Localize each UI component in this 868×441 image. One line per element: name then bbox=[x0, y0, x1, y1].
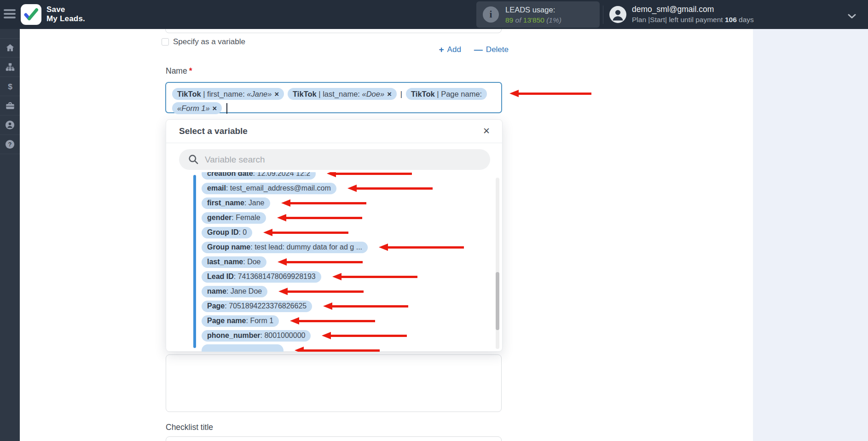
svg-text:?: ? bbox=[8, 141, 12, 148]
variable-list: creation date: 12.09.2024 12:2 email: te… bbox=[202, 172, 464, 352]
specify-variable-checkbox[interactable] bbox=[162, 38, 169, 46]
variable-chip[interactable]: Group name: test lead: dummy data for ad… bbox=[202, 242, 368, 253]
name-field-content: TikTok | first_name: «Jane»×TikTok | las… bbox=[172, 87, 495, 116]
hamburger-menu-icon[interactable] bbox=[4, 9, 16, 19]
leads-usage-value: 89 of 13'850 (1%) bbox=[505, 16, 561, 24]
annotation-arrow bbox=[322, 332, 407, 340]
account-email[interactable]: demo_sml@gmail.com bbox=[632, 5, 714, 14]
annotation-arrow bbox=[290, 317, 375, 325]
variable-chip[interactable]: Group ID: 0 bbox=[202, 227, 252, 238]
variable-list-item: Group name: test lead: dummy data for ad… bbox=[202, 241, 464, 254]
checkmark-icon bbox=[21, 4, 41, 25]
minus-icon: — bbox=[474, 45, 483, 55]
variable-chip[interactable]: gender: Female bbox=[202, 212, 266, 224]
chip-remove-icon[interactable]: × bbox=[272, 90, 279, 98]
plus-icon: + bbox=[439, 45, 444, 55]
annotation-arrow bbox=[327, 172, 412, 178]
sidebar-item-home[interactable] bbox=[0, 38, 20, 58]
variable-chip[interactable]: creation date: 12.09.2024 12:2 bbox=[202, 172, 316, 180]
variable-list-item: first_name: Jane bbox=[202, 197, 464, 209]
close-icon[interactable]: ✕ bbox=[483, 126, 490, 136]
annotation-arrow bbox=[379, 244, 464, 251]
chip-separator: | bbox=[400, 90, 402, 98]
question-circle-icon: ? bbox=[5, 139, 15, 150]
sidebar-item-account[interactable] bbox=[0, 116, 20, 135]
annotation-arrow bbox=[263, 229, 348, 237]
briefcase-icon bbox=[5, 101, 15, 111]
dropdown-header: Select a variable ✕ bbox=[166, 120, 502, 143]
variable-list-item: Lead ID: 7413681478069928193 bbox=[202, 271, 464, 283]
search-icon bbox=[188, 154, 200, 166]
variable-list-item: Page name: Form 1 bbox=[202, 315, 464, 327]
variable-chip[interactable]: Page: 7051894223376826625 bbox=[202, 301, 312, 312]
variable-list-viewport: creation date: 12.09.2024 12:2 email: te… bbox=[166, 172, 503, 352]
variable-search-box[interactable] bbox=[179, 149, 490, 170]
annotation-arrow bbox=[323, 302, 408, 310]
list-indent-bar bbox=[193, 175, 196, 348]
variable-search-input[interactable] bbox=[205, 149, 481, 170]
annotation-arrow bbox=[332, 273, 417, 281]
variable-list-item: last_name: Doe bbox=[202, 256, 464, 268]
name-variable-chip[interactable]: TikTok | first_name: «Jane»× bbox=[172, 88, 284, 100]
variable-chip[interactable]: last_name: Doe bbox=[202, 256, 266, 268]
name-variable-chip[interactable]: TikTok | last_name: «Doe»× bbox=[288, 88, 397, 100]
info-icon: i bbox=[483, 6, 499, 23]
checklist-title-label: Checklist title bbox=[166, 423, 213, 432]
annotation-arrow bbox=[295, 347, 380, 352]
variable-chip[interactable]: Lead ID: 7413681478069928193 bbox=[202, 271, 321, 283]
brand-logo[interactable] bbox=[21, 4, 41, 25]
home-icon bbox=[5, 43, 15, 53]
specify-variable-row: Specify as a variable bbox=[162, 37, 245, 46]
variable-chip[interactable]: Page name: Form 1 bbox=[202, 315, 279, 327]
page-margin bbox=[753, 29, 868, 441]
select-variable-dropdown: Select a variable ✕ creation date: 12.09… bbox=[166, 119, 503, 352]
topbar-divider bbox=[603, 6, 603, 24]
variable-chip[interactable]: name: Jane Doe bbox=[202, 286, 267, 297]
chip-remove-icon[interactable]: × bbox=[210, 104, 217, 112]
sidebar-nav: $ ? bbox=[0, 29, 20, 441]
chevron-down-icon[interactable] bbox=[848, 12, 856, 21]
scrollbar-track bbox=[496, 178, 499, 349]
user-avatar[interactable] bbox=[609, 6, 626, 23]
leads-usage-widget: i LEADS usage: 89 of 13'850 (1%) bbox=[476, 1, 600, 28]
specify-variable-label: Specify as a variable bbox=[173, 37, 245, 46]
annotation-arrow bbox=[278, 258, 363, 266]
annotation-arrow bbox=[347, 185, 433, 192]
brand-name: Save My Leads. bbox=[46, 5, 85, 23]
account-plan-info: Plan |Start| left until payment 106 days bbox=[632, 16, 754, 24]
variable-chip[interactable]: email: test_email_address@mail.com bbox=[202, 183, 336, 194]
variable-chip[interactable] bbox=[202, 344, 284, 352]
variable-list-item: creation date: 12.09.2024 12:2 bbox=[202, 172, 464, 180]
dollar-icon: $ bbox=[5, 81, 15, 92]
name-field-label: Name* bbox=[166, 66, 192, 76]
svg-text:$: $ bbox=[8, 81, 12, 91]
annotation-arrow bbox=[509, 90, 591, 98]
checklist-title-input[interactable] bbox=[166, 436, 502, 441]
scrollbar-thumb[interactable] bbox=[496, 272, 499, 330]
text-caret bbox=[226, 103, 227, 114]
user-circle-icon bbox=[5, 120, 15, 130]
name-input-field[interactable]: TikTok | first_name: «Jane»×TikTok | las… bbox=[165, 82, 502, 113]
chip-remove-icon[interactable]: × bbox=[384, 90, 392, 98]
required-asterisk: * bbox=[189, 66, 192, 75]
variable-list-item bbox=[202, 344, 464, 352]
sidebar-item-help[interactable]: ? bbox=[0, 135, 20, 154]
person-icon bbox=[609, 6, 626, 23]
add-button[interactable]: + Add bbox=[439, 45, 461, 55]
sitemap-icon bbox=[5, 62, 15, 72]
sidebar-item-services[interactable] bbox=[0, 96, 20, 116]
annotation-arrow bbox=[281, 199, 366, 207]
sidebar-item-integrations[interactable] bbox=[0, 58, 20, 77]
empty-multiline-field[interactable] bbox=[166, 354, 502, 412]
delete-button[interactable]: — Delete bbox=[474, 45, 509, 55]
variable-list-item: Group ID: 0 bbox=[202, 226, 464, 239]
variable-list-item: gender: Female bbox=[202, 212, 464, 224]
variable-chip[interactable]: phone_number: 8001000000 bbox=[202, 330, 311, 342]
variable-list-item: phone_number: 8001000000 bbox=[202, 330, 464, 342]
annotation-arrow bbox=[277, 214, 362, 222]
variable-chip[interactable]: first_name: Jane bbox=[202, 197, 270, 209]
variable-list-item: email: test_email_address@mail.com bbox=[202, 182, 464, 195]
sidebar-item-finance[interactable]: $ bbox=[0, 77, 20, 96]
leads-usage-label: LEADS usage: bbox=[505, 6, 555, 14]
variable-list-item: name: Jane Doe bbox=[202, 285, 464, 298]
